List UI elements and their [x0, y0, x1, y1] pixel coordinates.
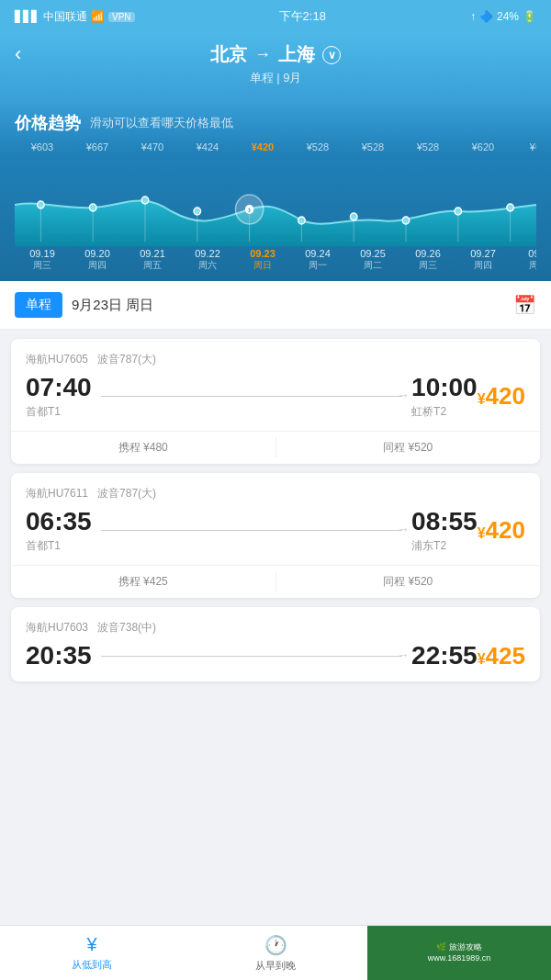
status-bar: ▋▋▋ 中国联通 📶 VPN 下午2:18 ↑ 🔷 24% 🔋 [0, 0, 551, 33]
trip-type: 单程 [250, 71, 274, 84]
departure-block-0: 07:40 首都T1 [26, 373, 92, 420]
time-sort-icon: 🕐 [264, 934, 287, 956]
calendar-icon[interactable]: 📅 [513, 294, 536, 316]
arrow-inner-0 [101, 396, 402, 397]
back-button[interactable]: ‹ [15, 42, 21, 66]
trip-info: 单程 | 9月 [15, 70, 536, 86]
signal-icon: ▋▋▋ [15, 10, 39, 23]
date-labels-row: 09.19 周三 09.20 周四 09.21 周五 09.22 周六 09.2… [15, 248, 536, 281]
plane-type-1: 波音787(大) [97, 486, 156, 501]
date-label-6[interactable]: 09.25 周二 [345, 248, 400, 272]
xiecheng-0[interactable]: 携程 ¥480 [11, 432, 276, 464]
price-1: 420 [486, 516, 525, 544]
dep-time-1: 06:35 [26, 507, 92, 536]
arr-time-0: 10:00 [411, 373, 478, 402]
plane-type-0: 波音787(大) [97, 352, 156, 367]
date-label-1[interactable]: 09.20 周四 [70, 248, 125, 272]
price-0: 420 [486, 382, 525, 410]
xiecheng-1[interactable]: 携程 ¥425 [11, 566, 276, 598]
dep-time-0: 07:40 [26, 373, 92, 402]
dep-airport-0: 首都T1 [26, 404, 92, 420]
status-right: ↑ 🔷 24% 🔋 [470, 10, 536, 23]
departure-block-2: 20:35 [26, 641, 92, 670]
price-2: 425 [486, 642, 525, 670]
dep-airport-1: 首都T1 [26, 538, 92, 554]
wifi-icon: 📶 [91, 10, 105, 23]
date-label-7[interactable]: 09.26 周三 [400, 248, 455, 272]
date-label-9[interactable]: 09.2 周五 [511, 248, 536, 272]
trend-title: 价格趋势 [15, 112, 81, 134]
price-sort-icon: ¥ [86, 934, 96, 955]
nav-label-time: 从早到晚 [255, 959, 296, 973]
flight-times-2: 20:35 22:55 ¥425 [26, 641, 525, 670]
route-arrow: → [254, 45, 271, 64]
date-label-4[interactable]: 09.23 周日 [235, 248, 290, 272]
nav-low-to-high[interactable]: ¥ 从低到高 [0, 926, 184, 980]
price-label-9: ¥66 [511, 141, 536, 152]
price-chart[interactable]: › [15, 154, 536, 246]
dropdown-icon[interactable]: ∨ [322, 46, 341, 64]
bottom-nav: ¥ 从低到高 🕐 从早到晚 🌿 旅游攻略 www.1681989.cn [0, 925, 551, 980]
arrival-block-0: 10:00 虹桥T2 [411, 373, 478, 420]
plane-type-2: 波音738(中) [97, 620, 156, 636]
origin-city: 北京 [210, 42, 247, 67]
nav-early-to-late[interactable]: 🕐 从早到晚 [184, 926, 367, 980]
flight-times-1: 06:35 首都T1 08:55 浦东T2 ¥420 [26, 507, 525, 554]
flight-info-row-2: 海航HU7603 波音738(中) [26, 620, 525, 636]
flight-times-0: 07:40 首都T1 10:00 虹桥T2 ¥420 [26, 373, 525, 420]
route-title: 北京 → 上海 ∨ [15, 42, 536, 67]
date-label-0[interactable]: 09.19 周三 [15, 248, 70, 272]
trip-month: 9月 [283, 71, 301, 84]
date-label-5[interactable]: 09.24 周一 [290, 248, 345, 272]
dest-city: 上海 [278, 42, 315, 67]
arr-airport-0: 虹桥T2 [411, 404, 478, 420]
flight-card-2[interactable]: 海航HU7603 波音738(中) 20:35 22:55 ¥425 [11, 607, 540, 681]
flight-arrow-1 [92, 530, 411, 531]
airline-0: 海航HU7605 [26, 352, 88, 367]
flight-footer-0: 携程 ¥480 同程 ¥520 [11, 431, 540, 464]
filter-bar: 单程 9月23日 周日 📅 [0, 281, 551, 330]
date-label-2[interactable]: 09.21 周五 [125, 248, 180, 272]
flight-arrow-0 [92, 396, 411, 397]
flight-main-0: 海航HU7605 波音787(大) 07:40 首都T1 10:00 虹桥T2 … [11, 339, 540, 431]
battery-icon: 🔋 [523, 10, 536, 23]
flight-main-1: 海航HU7611 波音787(大) 06:35 首都T1 08:55 浦东T2 … [11, 473, 540, 565]
flight-card-0[interactable]: 海航HU7605 波音787(大) 07:40 首都T1 10:00 虹桥T2 … [11, 339, 540, 464]
status-time: 下午2:18 [279, 8, 326, 25]
flight-arrow-2 [92, 656, 411, 657]
tongcheng-1[interactable]: 同程 ¥520 [276, 566, 541, 598]
price-label-3: ¥424 [180, 141, 235, 152]
price-label-7: ¥528 [400, 141, 455, 152]
carrier-label: 中国联通 [43, 9, 87, 25]
selected-date: 9月23日 周日 [72, 297, 504, 314]
price-labels-row: ¥603 ¥667 ¥470 ¥424 ¥420 ¥528 ¥528 ¥528 … [15, 141, 536, 152]
date-label-8[interactable]: 09.27 周四 [455, 248, 511, 272]
vpn-badge: VPN [108, 12, 135, 22]
chart-svg: › [15, 154, 536, 246]
arrival-block-1: 08:55 浦东T2 [411, 507, 478, 554]
flight-info-row-0: 海航HU7605 波音787(大) [26, 352, 525, 367]
price-label-4: ¥420 [235, 141, 290, 152]
watermark-text: 🌿 旅游攻略 www.1681989.cn [428, 942, 491, 963]
price-block-2: ¥425 [478, 642, 525, 670]
trip-type-tag[interactable]: 单程 [15, 292, 62, 318]
battery-label: 24% [497, 10, 519, 23]
date-label-3[interactable]: 09.22 周六 [180, 248, 235, 272]
price-label-5: ¥528 [290, 141, 345, 152]
flight-main-2: 海航HU7603 波音738(中) 20:35 22:55 ¥425 [11, 607, 540, 681]
dep-time-2: 20:35 [26, 641, 92, 670]
tongcheng-0[interactable]: 同程 ¥520 [276, 432, 541, 464]
watermark-area: 🌿 旅游攻略 www.1681989.cn [367, 926, 551, 980]
flight-info-row-1: 海航HU7611 波音787(大) [26, 486, 525, 501]
arr-airport-1: 浦东T2 [411, 538, 478, 554]
trend-subtitle: 滑动可以查看哪天价格最低 [90, 115, 233, 131]
flight-card-1[interactable]: 海航HU7611 波音787(大) 06:35 首都T1 08:55 浦东T2 … [11, 473, 540, 598]
arrow-inner-1 [101, 530, 402, 531]
bluetooth-icon: 🔷 [479, 10, 493, 23]
flight-footer-1: 携程 ¥425 同程 ¥520 [11, 565, 540, 598]
header: ‹ 北京 → 上海 ∨ 单程 | 9月 [0, 33, 551, 99]
price-block-0: ¥420 [478, 382, 525, 411]
price-label-8: ¥620 [455, 141, 511, 152]
arr-time-2: 22:55 [411, 641, 478, 670]
price-block-1: ¥420 [478, 516, 525, 545]
